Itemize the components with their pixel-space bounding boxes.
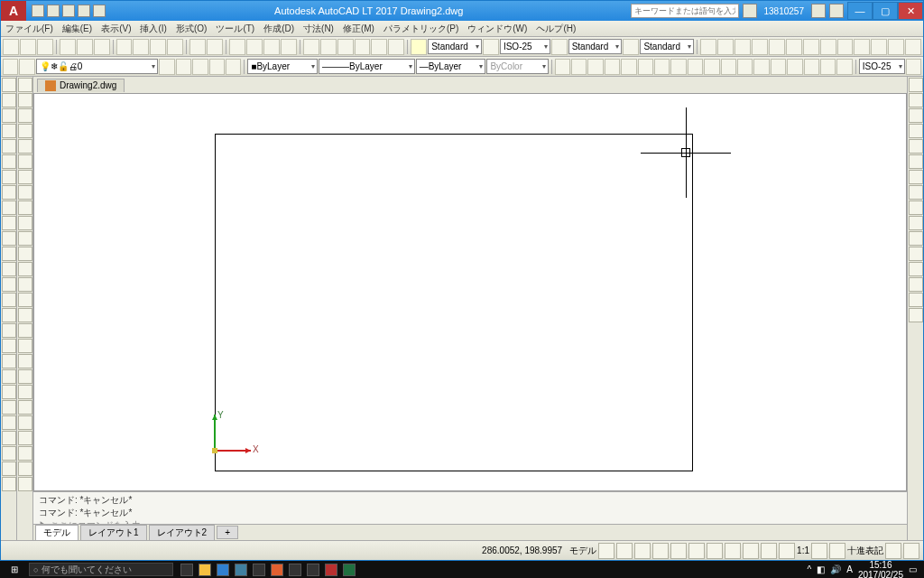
- tool-icon[interactable]: [18, 124, 32, 138]
- pan-icon[interactable]: [229, 39, 245, 55]
- close-button[interactable]: ✕: [898, 2, 923, 20]
- menu-tools[interactable]: ツール(T): [211, 21, 259, 37]
- tool-icon[interactable]: [18, 415, 32, 430]
- model-space-btn[interactable]: モデル: [569, 545, 596, 557]
- clean-icon[interactable]: [885, 543, 901, 559]
- save-icon[interactable]: [37, 39, 53, 55]
- dim-style-dd[interactable]: ISO-25: [500, 39, 550, 54]
- doc-tab[interactable]: Drawing2.dwg: [37, 79, 125, 92]
- layer-btn[interactable]: [209, 59, 225, 75]
- mtext-icon[interactable]: [2, 354, 16, 368]
- rotate-icon[interactable]: [909, 170, 923, 184]
- undo-icon[interactable]: [189, 39, 206, 55]
- menu-window[interactable]: ウィンドウ(W): [463, 21, 531, 37]
- snap-icon[interactable]: [753, 59, 769, 75]
- tab-model[interactable]: モデル: [35, 525, 79, 541]
- snap-icon[interactable]: [721, 59, 736, 75]
- tool-icon[interactable]: [18, 200, 32, 215]
- tool-icon[interactable]: [18, 154, 32, 169]
- snap-icon[interactable]: [654, 59, 670, 75]
- tool-icon[interactable]: [18, 339, 32, 353]
- layer-btn[interactable]: [159, 59, 174, 75]
- tool-icon[interactable]: [18, 78, 32, 92]
- dim-icon[interactable]: [871, 39, 887, 55]
- search-icon[interactable]: [743, 4, 757, 18]
- table-style-dd[interactable]: Standard: [568, 39, 623, 54]
- snap-icon[interactable]: [688, 59, 703, 75]
- print-icon[interactable]: [60, 39, 76, 55]
- dim-style-icon[interactable]: [483, 39, 499, 55]
- cut-icon[interactable]: [116, 39, 133, 55]
- hatch-icon[interactable]: [2, 293, 16, 307]
- menu-edit[interactable]: 編集(E): [58, 21, 97, 37]
- scale-icon[interactable]: [909, 185, 923, 200]
- zoom-icon[interactable]: [246, 39, 263, 55]
- tool-icon[interactable]: [2, 477, 16, 491]
- mleader-style-icon[interactable]: [623, 39, 639, 55]
- dim-icon[interactable]: [717, 39, 734, 55]
- snap-icon[interactable]: [638, 59, 653, 75]
- tool-icon[interactable]: [2, 461, 16, 476]
- tool-icon[interactable]: [18, 247, 32, 261]
- dcenter-icon[interactable]: [320, 39, 337, 55]
- open-icon[interactable]: [20, 39, 36, 55]
- grid-icon[interactable]: [598, 543, 614, 559]
- line-icon[interactable]: [2, 78, 16, 92]
- tool-icon[interactable]: [18, 354, 32, 368]
- tab-add[interactable]: +: [217, 526, 238, 539]
- menu-file[interactable]: ファイル(F): [1, 21, 58, 37]
- tool-icon[interactable]: [18, 93, 32, 107]
- dim-icon[interactable]: [803, 39, 819, 55]
- copy-obj-icon[interactable]: [909, 93, 923, 107]
- qat-btn[interactable]: [62, 5, 75, 17]
- annmon-icon[interactable]: [829, 543, 845, 559]
- tool-icon[interactable]: [18, 262, 32, 276]
- qat-btn[interactable]: [78, 5, 90, 17]
- snap-icon[interactable]: [836, 59, 852, 75]
- zoom-win-icon[interactable]: [281, 39, 297, 55]
- plotstyle-dd[interactable]: ByColor: [486, 59, 548, 74]
- tool-icon[interactable]: [18, 277, 32, 292]
- gradient-icon[interactable]: [2, 308, 16, 322]
- taskview-icon[interactable]: [180, 564, 193, 576]
- tool-icon[interactable]: [18, 369, 32, 384]
- offset-icon[interactable]: [909, 124, 923, 138]
- snap-icon[interactable]: [820, 59, 836, 75]
- trim-icon[interactable]: [909, 216, 923, 230]
- tab-layout1[interactable]: レイアウト1: [80, 525, 147, 541]
- menu-help[interactable]: ヘルプ(H): [531, 21, 580, 37]
- tool-icon[interactable]: [18, 477, 32, 491]
- xline-icon[interactable]: [2, 93, 16, 107]
- start-button[interactable]: ⊞: [0, 564, 29, 574]
- app-icon[interactable]: [253, 564, 265, 576]
- cortana-search[interactable]: ○ 何でも聞いてください: [29, 563, 173, 576]
- dim-icon[interactable]: [820, 39, 836, 55]
- dim-update-icon[interactable]: [906, 59, 921, 75]
- dim-icon[interactable]: [700, 39, 716, 55]
- snap-icon[interactable]: [804, 59, 819, 75]
- table-icon[interactable]: [2, 339, 16, 353]
- text-style-dd[interactable]: Standard: [428, 39, 482, 54]
- dim-icon[interactable]: [888, 39, 904, 55]
- spline-icon[interactable]: [2, 200, 16, 215]
- tool-icon[interactable]: [2, 400, 16, 415]
- lweight-icon[interactable]: [707, 543, 723, 559]
- tool-icon[interactable]: [18, 231, 32, 246]
- drawing-canvas[interactable]: X Y: [33, 93, 907, 491]
- maximize-button[interactable]: ▢: [873, 2, 898, 20]
- sheet-icon[interactable]: [355, 39, 371, 55]
- tool-icon[interactable]: [18, 323, 32, 338]
- toolpal-icon[interactable]: [337, 39, 354, 55]
- snap-icon[interactable]: [555, 59, 570, 75]
- menu-dim[interactable]: 寸法(N): [299, 21, 338, 37]
- ime-icon[interactable]: A: [846, 564, 853, 574]
- calc-icon[interactable]: [388, 39, 404, 55]
- ellipsearc-icon[interactable]: [2, 231, 16, 246]
- tool-icon[interactable]: [18, 446, 32, 461]
- snap-icon[interactable]: [587, 59, 603, 75]
- tab-layout2[interactable]: レイアウト2: [149, 525, 216, 541]
- preview-icon[interactable]: [77, 39, 93, 55]
- dim-icon[interactable]: [735, 39, 751, 55]
- menu-modify[interactable]: 修正(M): [338, 21, 379, 37]
- dim-icon[interactable]: [786, 39, 802, 55]
